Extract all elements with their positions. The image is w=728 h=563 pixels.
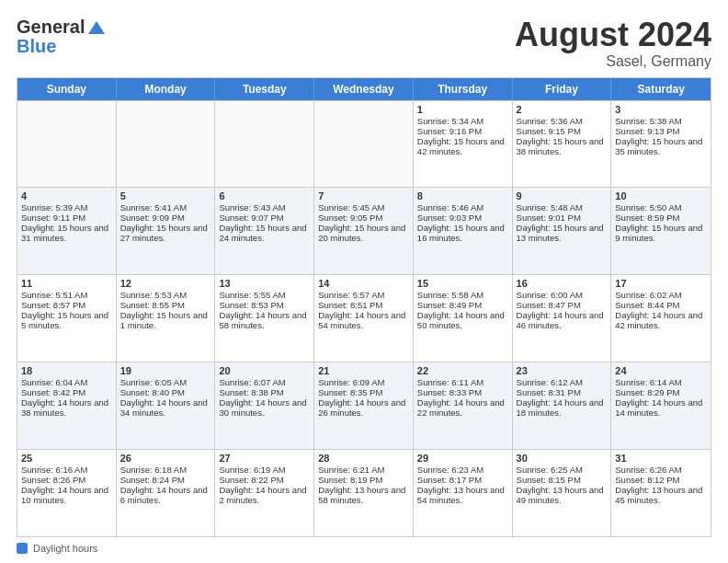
sunset-label: Sunset: 8:35 PM: [318, 387, 382, 397]
sunset-label: Sunset: 8:31 PM: [517, 387, 581, 397]
day-number: 18: [21, 365, 112, 376]
day-number: 16: [517, 278, 608, 289]
sunset-label: Sunset: 8:53 PM: [219, 300, 283, 310]
sunset-label: Sunset: 9:15 PM: [517, 126, 581, 136]
day-number: 13: [219, 278, 310, 289]
calendar-cell: 16Sunrise: 6:00 AMSunset: 8:47 PMDayligh…: [513, 275, 612, 362]
day-number: 22: [417, 365, 508, 376]
sunset-label: Sunset: 9:16 PM: [417, 126, 482, 136]
calendar: Sunday Monday Tuesday Wednesday Thursday…: [17, 77, 711, 537]
calendar-cell: 22Sunrise: 6:11 AMSunset: 8:33 PMDayligh…: [414, 362, 513, 449]
day-number: 19: [120, 365, 211, 376]
calendar-body: 1Sunrise: 5:34 AMSunset: 9:16 PMDaylight…: [17, 100, 711, 536]
day-number: 4: [21, 190, 112, 201]
calendar-cell: 19Sunrise: 6:05 AMSunset: 8:40 PMDayligh…: [117, 362, 216, 449]
daylight-label: Daylight: 15 hours and 16 minutes.: [417, 223, 505, 243]
calendar-row-0: 1Sunrise: 5:34 AMSunset: 9:16 PMDaylight…: [17, 100, 711, 188]
logo-blue-text: Blue: [17, 36, 56, 57]
calendar-cell: 3Sunrise: 5:38 AMSunset: 9:13 PMDaylight…: [611, 101, 711, 188]
calendar-cell: 27Sunrise: 6:19 AMSunset: 8:22 PMDayligh…: [215, 450, 314, 536]
sunset-label: Sunset: 8:40 PM: [120, 387, 185, 397]
calendar-cell: 7Sunrise: 5:45 AMSunset: 9:05 PMDaylight…: [314, 188, 414, 274]
calendar-row-1: 4Sunrise: 5:39 AMSunset: 9:11 PMDaylight…: [17, 187, 711, 274]
calendar-row-2: 11Sunrise: 5:51 AMSunset: 8:57 PMDayligh…: [17, 274, 711, 362]
calendar-cell: 10Sunrise: 5:50 AMSunset: 8:59 PMDayligh…: [611, 188, 711, 274]
sunset-label: Sunset: 8:42 PM: [21, 387, 85, 397]
daylight-label: Daylight: 14 hours and 50 minutes.: [417, 310, 505, 330]
daylight-label: Daylight: 15 hours and 5 minutes.: [21, 310, 108, 330]
sunrise-label: Sunrise: 6:00 AM: [517, 290, 583, 300]
day-number: 20: [219, 365, 310, 376]
calendar-cell: 26Sunrise: 6:18 AMSunset: 8:24 PMDayligh…: [117, 450, 216, 536]
sunrise-label: Sunrise: 6:19 AM: [219, 465, 285, 475]
day-number: 11: [21, 278, 112, 289]
sunset-label: Sunset: 8:15 PM: [517, 475, 581, 485]
day-number: 27: [219, 453, 310, 464]
sunrise-label: Sunrise: 6:14 AM: [615, 377, 681, 387]
daylight-label: Daylight: 15 hours and 1 minute.: [120, 310, 208, 330]
calendar-cell: 9Sunrise: 5:48 AMSunset: 9:01 PMDaylight…: [513, 188, 612, 274]
sunrise-label: Sunrise: 5:53 AM: [120, 290, 187, 300]
legend-label: Daylight hours: [33, 543, 97, 554]
day-number: 5: [120, 190, 211, 201]
day-number: 31: [615, 453, 707, 464]
title-block: August 2024 Sasel, Germany: [515, 17, 711, 70]
day-number: 25: [21, 453, 112, 464]
sunrise-label: Sunrise: 5:46 AM: [417, 202, 483, 213]
daylight-label: Daylight: 14 hours and 42 minutes.: [615, 310, 702, 330]
sunrise-label: Sunrise: 5:55 AM: [219, 290, 285, 300]
daylight-label: Daylight: 15 hours and 38 minutes.: [517, 136, 604, 156]
daylight-label: Daylight: 15 hours and 13 minutes.: [517, 223, 604, 243]
calendar-cell: [314, 101, 414, 188]
day-number: 14: [318, 278, 409, 289]
day-number: 23: [517, 365, 608, 376]
day-number: 24: [615, 365, 707, 376]
sunset-label: Sunset: 8:19 PM: [318, 475, 382, 485]
day-number: 29: [417, 453, 508, 464]
daylight-label: Daylight: 14 hours and 58 minutes.: [219, 310, 306, 330]
sunrise-label: Sunrise: 6:25 AM: [517, 465, 583, 475]
sunset-label: Sunset: 8:47 PM: [517, 300, 581, 310]
sunset-label: Sunset: 9:03 PM: [417, 213, 482, 223]
daylight-label: Daylight: 13 hours and 54 minutes.: [417, 485, 505, 505]
calendar-cell: 29Sunrise: 6:23 AMSunset: 8:17 PMDayligh…: [414, 450, 513, 536]
sunset-label: Sunset: 8:26 PM: [21, 475, 85, 485]
day-number: 12: [120, 278, 211, 289]
header: General Blue August 2024 Sasel, Germany: [17, 17, 711, 70]
daylight-label: Daylight: 15 hours and 9 minutes.: [615, 223, 702, 243]
weekday-thursday: Thursday: [414, 78, 513, 100]
calendar-cell: 8Sunrise: 5:46 AMSunset: 9:03 PMDaylight…: [414, 188, 513, 274]
day-number: 1: [417, 104, 508, 115]
sunrise-label: Sunrise: 5:34 AM: [417, 116, 483, 126]
calendar-row-3: 18Sunrise: 6:04 AMSunset: 8:42 PMDayligh…: [17, 362, 711, 449]
sunrise-label: Sunrise: 5:50 AM: [615, 202, 681, 213]
weekday-wednesday: Wednesday: [314, 78, 414, 100]
sunrise-label: Sunrise: 6:18 AM: [120, 465, 187, 475]
sunrise-label: Sunrise: 6:04 AM: [21, 377, 87, 387]
calendar-header: Sunday Monday Tuesday Wednesday Thursday…: [17, 78, 711, 100]
sunrise-label: Sunrise: 5:48 AM: [517, 202, 583, 213]
daylight-label: Daylight: 15 hours and 20 minutes.: [318, 223, 405, 243]
sunset-label: Sunset: 8:49 PM: [417, 300, 482, 310]
calendar-cell: 17Sunrise: 6:02 AMSunset: 8:44 PMDayligh…: [611, 275, 711, 362]
weekday-tuesday: Tuesday: [215, 78, 314, 100]
day-number: 2: [517, 104, 608, 115]
calendar-cell: [17, 101, 117, 188]
weekday-saturday: Saturday: [611, 78, 711, 100]
sunset-label: Sunset: 8:44 PM: [615, 300, 679, 310]
calendar-cell: 28Sunrise: 6:21 AMSunset: 8:19 PMDayligh…: [314, 450, 414, 536]
sunset-label: Sunset: 8:38 PM: [219, 387, 283, 397]
calendar-cell: 23Sunrise: 6:12 AMSunset: 8:31 PMDayligh…: [513, 362, 612, 449]
calendar-cell: 18Sunrise: 6:04 AMSunset: 8:42 PMDayligh…: [17, 362, 117, 449]
sunset-label: Sunset: 9:11 PM: [21, 213, 85, 223]
logo: General Blue: [17, 17, 107, 57]
sunrise-label: Sunrise: 6:07 AM: [219, 377, 285, 387]
daylight-label: Daylight: 15 hours and 42 minutes.: [417, 136, 505, 156]
sunrise-label: Sunrise: 5:39 AM: [21, 202, 87, 213]
daylight-label: Daylight: 13 hours and 45 minutes.: [615, 485, 702, 505]
weekday-monday: Monday: [117, 78, 216, 100]
calendar-cell: 20Sunrise: 6:07 AMSunset: 8:38 PMDayligh…: [215, 362, 314, 449]
daylight-label: Daylight: 15 hours and 24 minutes.: [219, 223, 306, 243]
sunrise-label: Sunrise: 6:26 AM: [615, 465, 681, 475]
daylight-label: Daylight: 14 hours and 34 minutes.: [120, 397, 208, 418]
